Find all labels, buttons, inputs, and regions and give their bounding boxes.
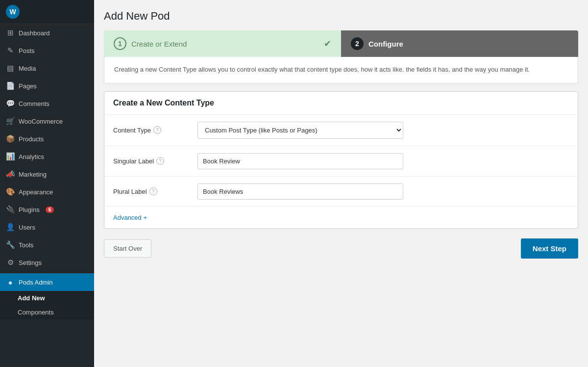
singular-label-field: [197, 153, 569, 169]
sidebar: W ⊞ Dashboard ✎ Posts ▤ Media 📄 Pages 💬 …: [0, 0, 94, 367]
sidebar-item-label: Settings: [19, 259, 42, 266]
plugins-badge: 6: [46, 207, 54, 213]
sidebar-item-marketing[interactable]: 📣 Marketing: [0, 165, 94, 183]
sidebar-item-media[interactable]: ▤ Media: [0, 59, 94, 77]
marketing-icon: 📣: [6, 170, 15, 179]
sidebar-item-label: Users: [19, 224, 35, 231]
step-2-label: Configure: [368, 40, 403, 48]
sidebar-item-analytics[interactable]: 📊 Analytics: [0, 148, 94, 165]
sidebar-item-woocommerce[interactable]: 🛒 WooCommerce: [0, 112, 94, 130]
steps-header: 1 Create or Extend ✔ 2 Configure: [104, 30, 578, 57]
sidebar-submenu-pods: Add New Components: [0, 291, 94, 319]
step-2-circle: 2: [351, 37, 364, 50]
content-type-help-icon[interactable]: ?: [153, 126, 161, 134]
sidebar-subitem-components[interactable]: Components: [0, 305, 94, 319]
sidebar-item-appearance[interactable]: 🎨 Appearance: [0, 183, 94, 201]
sidebar-item-label: Appearance: [19, 188, 53, 196]
analytics-icon: 📊: [6, 152, 15, 161]
start-over-button[interactable]: Start Over: [104, 239, 151, 258]
content-type-field: Custom Post Type (like Posts or Pages) T…: [197, 122, 569, 139]
sidebar-item-label: Products: [19, 135, 44, 143]
tools-icon: 🔧: [6, 240, 15, 249]
sidebar-subitem-add-new[interactable]: Add New: [0, 291, 94, 305]
description-box: Creating a new Content Type allows you t…: [104, 57, 578, 83]
step-1-check-icon: ✔: [324, 38, 331, 49]
posts-icon: ✎: [6, 46, 15, 55]
sidebar-item-label: Marketing: [19, 171, 47, 178]
form-title: Create a New Content Type: [104, 92, 578, 115]
sidebar-item-dashboard[interactable]: ⊞ Dashboard: [0, 24, 94, 42]
sidebar-item-label: Tools: [19, 241, 33, 249]
sidebar-item-label: Media: [19, 65, 36, 72]
media-icon: ▤: [6, 64, 15, 73]
sidebar-item-plugins[interactable]: 🔌 Plugins 6: [0, 201, 94, 218]
plural-label-row: Plural Label ?: [104, 177, 578, 207]
plural-label-input[interactable]: [197, 184, 403, 200]
wordpress-logo: W: [6, 5, 20, 19]
sidebar-item-users[interactable]: 👤 Users: [0, 218, 94, 236]
sidebar-item-pods-admin[interactable]: ● Pods Admin: [0, 273, 94, 291]
plural-label-help-icon[interactable]: ?: [149, 187, 157, 195]
step-1-label: Create or Extend: [131, 40, 187, 48]
sidebar-item-posts[interactable]: ✎ Posts: [0, 42, 94, 59]
content-type-select[interactable]: Custom Post Type (like Posts or Pages) T…: [197, 122, 403, 139]
content-type-label: Content Type ?: [113, 126, 192, 134]
sidebar-item-settings[interactable]: ⚙ Settings: [0, 254, 94, 271]
step-2[interactable]: 2 Configure: [341, 30, 578, 57]
plugins-icon: 🔌: [6, 205, 15, 214]
sidebar-item-label: Plugins: [19, 206, 40, 213]
woocommerce-icon: 🛒: [6, 117, 15, 126]
settings-icon: ⚙: [6, 258, 15, 267]
pods-icon: ●: [6, 278, 15, 287]
step-1[interactable]: 1 Create or Extend ✔: [104, 30, 341, 57]
singular-label-row: Singular Label ?: [104, 146, 578, 177]
singular-label-label: Singular Label ?: [113, 157, 192, 165]
sidebar-item-label: Pages: [19, 82, 37, 90]
singular-label-input[interactable]: [197, 153, 403, 169]
sidebar-item-label: Analytics: [19, 153, 44, 160]
sidebar-item-comments[interactable]: 💬 Comments: [0, 95, 94, 112]
sidebar-item-tools[interactable]: 🔧 Tools: [0, 236, 94, 254]
advanced-row: Advanced +: [104, 207, 578, 228]
form-box: Create a New Content Type Content Type ?…: [104, 91, 578, 229]
main-content: Add New Pod 1 Create or Extend ✔ 2 Confi…: [94, 0, 588, 367]
sidebar-item-label: Comments: [19, 100, 49, 107]
content-type-row: Content Type ? Custom Post Type (like Po…: [104, 115, 578, 146]
pages-icon: 📄: [6, 81, 15, 90]
appearance-icon: 🎨: [6, 187, 15, 196]
advanced-link[interactable]: Advanced +: [113, 214, 147, 221]
singular-label-help-icon[interactable]: ?: [156, 157, 164, 165]
sidebar-item-pages[interactable]: 📄 Pages: [0, 77, 94, 95]
sidebar-logo: W: [0, 0, 94, 24]
step-1-circle: 1: [114, 37, 126, 50]
comments-icon: 💬: [6, 99, 15, 108]
dashboard-icon: ⊞: [6, 28, 15, 37]
page-title: Add New Pod: [104, 10, 578, 23]
plural-label-field: [197, 184, 569, 200]
sidebar-item-label: Pods Admin: [19, 279, 52, 286]
plural-label-label: Plural Label ?: [113, 187, 192, 195]
next-step-button[interactable]: Next Step: [521, 238, 578, 259]
sidebar-item-label: WooCommerce: [19, 118, 63, 125]
sidebar-item-label: Dashboard: [19, 29, 50, 37]
sidebar-item-products[interactable]: 📦 Products: [0, 130, 94, 148]
description-text: Creating a new Content Type allows you t…: [114, 65, 568, 75]
sidebar-item-label: Posts: [19, 47, 35, 54]
users-icon: 👤: [6, 223, 15, 232]
form-footer: Start Over Next Step: [104, 238, 578, 259]
products-icon: 📦: [6, 134, 15, 143]
